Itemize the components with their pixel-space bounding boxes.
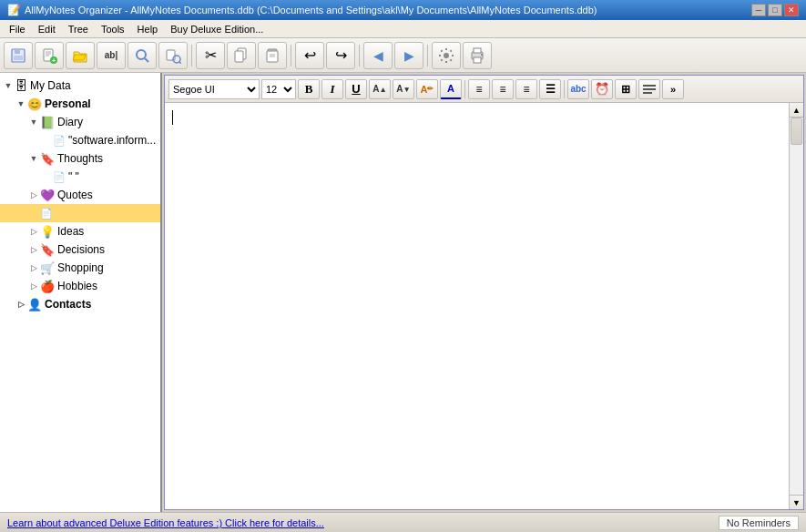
scrollbar-track — [790, 118, 803, 495]
align-center-button[interactable]: ≡ — [492, 79, 514, 99]
tree-contacts-label: Contacts — [45, 298, 91, 311]
tree-decisions-label: Decisions — [57, 243, 105, 256]
window-title: AllMyNotes Organizer - AllMyNotes Docume… — [25, 5, 597, 15]
svg-rect-1 — [15, 49, 20, 54]
tree-thoughts-label: Thoughts — [57, 152, 103, 165]
main-toolbar: + ab| ✂ ↩ ↪ ◀ ▶ — [0, 38, 806, 73]
thoughts-icon: 🔖 — [40, 152, 55, 166]
tree-item-thoughts-child[interactable]: 📄 " " — [0, 168, 160, 186]
decisions-icon: 🔖 — [40, 243, 55, 257]
contacts-expand-icon: ▷ — [15, 300, 27, 309]
app-icon: 📝 — [7, 4, 21, 16]
svg-rect-24 — [481, 54, 483, 56]
editor-content[interactable] — [165, 103, 789, 509]
svg-point-9 — [137, 50, 146, 59]
svg-line-13 — [179, 62, 181, 64]
root-expand-icon: ▼ — [2, 81, 15, 90]
svg-rect-23 — [474, 57, 481, 63]
font-color-button[interactable]: A — [440, 79, 462, 99]
tree-personal-label: Personal — [45, 97, 91, 110]
underline-button[interactable]: U — [345, 79, 367, 99]
format-separator-1 — [464, 80, 465, 98]
align-left-button[interactable]: ≡ — [468, 79, 490, 99]
menu-edit[interactable]: Edit — [33, 22, 61, 36]
tree-root-label: My Data — [30, 79, 71, 92]
toolbar-separator-2 — [291, 45, 291, 66]
svg-rect-22 — [474, 48, 481, 53]
save-button[interactable] — [4, 42, 33, 69]
svg-rect-2 — [14, 56, 23, 60]
paste-button[interactable] — [258, 42, 287, 69]
forward-button[interactable]: ▶ — [394, 42, 423, 69]
copy-button[interactable] — [227, 42, 256, 69]
find-in-files-button[interactable] — [158, 42, 188, 69]
menu-file[interactable]: File — [4, 22, 31, 36]
tree-item-hobbies[interactable]: ▷ 🍎 Hobbies — [0, 277, 160, 295]
hobbies-expand-icon: ▷ — [27, 281, 40, 291]
print-button[interactable] — [463, 42, 492, 69]
align-right-button[interactable]: ≡ — [515, 79, 537, 99]
menu-help[interactable]: Help — [132, 22, 164, 36]
reminders-status: No Reminders — [719, 516, 799, 530]
toolbar-separator-4 — [427, 45, 428, 66]
scrollbar-up-button[interactable]: ▲ — [790, 103, 803, 118]
tree-item-diary-child[interactable]: 📄 "software.inform... — [0, 131, 160, 149]
settings-button[interactable] — [432, 42, 461, 69]
tree-item-editing[interactable]: 📄 — [0, 204, 160, 222]
title-bar-title: 📝 AllMyNotes Organizer - AllMyNotes Docu… — [7, 4, 597, 16]
ideas-expand-icon: ▷ — [27, 227, 40, 236]
tree-item-contacts[interactable]: ▷ 👤 Contacts — [0, 295, 160, 313]
vertical-scrollbar[interactable]: ▲ ▼ — [789, 103, 803, 509]
tree-item-ideas[interactable]: ▷ 💡 Ideas — [0, 222, 160, 240]
undo-button[interactable]: ↩ — [295, 42, 324, 69]
scrollbar-thumb[interactable] — [791, 118, 802, 145]
scrollbar-down-button[interactable]: ▼ — [790, 495, 803, 509]
tree-hobbies-label: Hobbies — [57, 280, 97, 292]
italic-button[interactable]: I — [321, 79, 343, 99]
bullets-button[interactable]: ☰ — [539, 79, 561, 99]
redo-button[interactable]: ↪ — [326, 42, 355, 69]
tree-diary-label: Diary — [57, 116, 83, 128]
expand-toolbar-button[interactable]: » — [662, 79, 684, 99]
font-select[interactable]: Segoe UI — [168, 79, 260, 99]
editing-icon: 📄 — [40, 208, 53, 220]
decisions-expand-icon: ▷ — [27, 245, 40, 254]
title-bar: 📝 AllMyNotes Organizer - AllMyNotes Docu… — [0, 0, 806, 20]
toolbar-separator-3 — [359, 45, 360, 66]
menu-tree[interactable]: Tree — [63, 22, 94, 36]
open-button[interactable] — [66, 42, 95, 69]
close-button[interactable]: ✕ — [784, 4, 799, 16]
tree-item-diary[interactable]: ▼ 📗 Diary — [0, 113, 160, 131]
back-button[interactable]: ◀ — [363, 42, 393, 69]
insert-table-button[interactable]: ⊞ — [615, 79, 637, 99]
more-button[interactable] — [638, 79, 660, 99]
tree-item-personal[interactable]: ▼ 😊 Personal — [0, 95, 160, 113]
tree-root[interactable]: ▼ 🗄 My Data — [0, 77, 160, 95]
tree-panel: ▼ 🗄 My Data ▼ 😊 Personal ▼ 📗 Diary 📄 "so… — [0, 73, 162, 512]
tree-shopping-label: Shopping — [57, 261, 104, 274]
menu-tools[interactable]: Tools — [96, 22, 130, 36]
maximize-button[interactable]: □ — [768, 4, 782, 16]
bold-button[interactable]: B — [298, 79, 320, 99]
shrink-font-button[interactable]: A▼ — [393, 79, 414, 99]
tree-item-quotes[interactable]: ▷ 💜 Quotes — [0, 186, 160, 204]
tree-item-shopping[interactable]: ▷ 🛒 Shopping — [0, 259, 160, 277]
highlight-button[interactable]: A✏ — [416, 79, 438, 99]
status-learn-link[interactable]: Learn about advanced Deluxe Edition feat… — [7, 517, 324, 528]
root-icon: 🗄 — [15, 78, 27, 93]
reminder-button[interactable]: ⏰ — [591, 79, 613, 99]
menu-buy[interactable]: Buy Deluxe Edition... — [165, 22, 269, 36]
cut-button[interactable]: ✂ — [196, 42, 225, 69]
diary-expand-icon: ▼ — [27, 118, 40, 127]
thoughts-child-icon: 📄 — [53, 171, 66, 183]
tree-item-thoughts[interactable]: ▼ 🔖 Thoughts — [0, 149, 160, 168]
find-button[interactable] — [128, 42, 157, 69]
grow-font-button[interactable]: A▲ — [369, 79, 391, 99]
rename-button[interactable]: ab| — [97, 42, 126, 69]
font-size-select[interactable]: 12 — [261, 79, 296, 99]
tree-item-decisions[interactable]: ▷ 🔖 Decisions — [0, 240, 160, 259]
new-note-button[interactable]: + — [35, 42, 64, 69]
minimize-button[interactable]: ─ — [751, 4, 766, 16]
status-bar: Learn about advanced Deluxe Edition feat… — [0, 512, 806, 532]
spell-check-button[interactable]: abc — [567, 79, 589, 99]
